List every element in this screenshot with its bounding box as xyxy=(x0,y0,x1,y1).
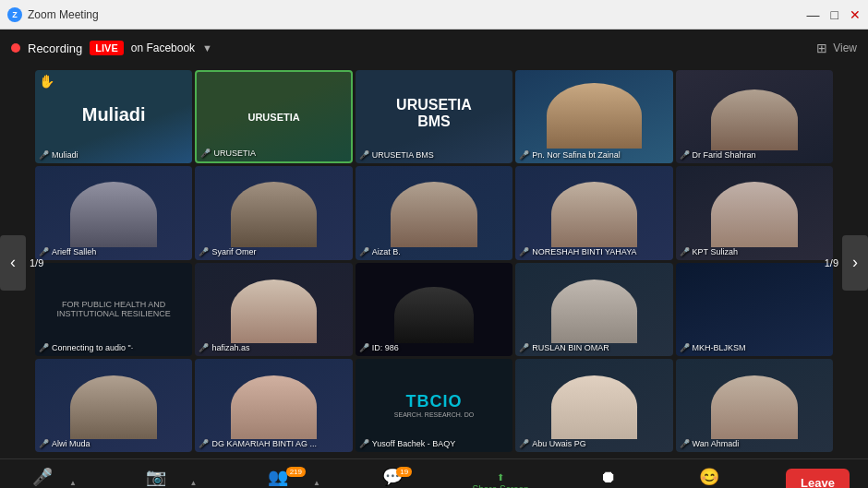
name-tag-id986: 🎤 ID: 986 xyxy=(359,343,399,352)
nav-right-button[interactable]: › xyxy=(842,235,868,291)
name-text-12: hafizah.as xyxy=(211,343,249,352)
video-cell-syarif: 🎤 Syarif Omer xyxy=(195,166,352,259)
mic-icon-19: 🎤 xyxy=(519,439,529,448)
video-cell-ruslan: 🎤 RUSLAN BIN OMAR xyxy=(515,263,672,356)
mic-icon-8: 🎤 xyxy=(359,247,369,256)
video-cell-arieff: 🎤 Arieff Salleh xyxy=(35,166,192,259)
participants-group[interactable]: 👥 219 Participants ▲ xyxy=(247,467,320,488)
video-cell-id986: 🎤 ID: 986 xyxy=(356,263,512,356)
share-screen-icon: ⬆ xyxy=(497,472,504,482)
title-bar: Z Zoom Meeting — □ ✕ xyxy=(0,0,868,30)
chat-badge: 19 xyxy=(396,467,412,477)
video-cell-muliadi: ✋ Muliadi 🎤 Muliadi xyxy=(35,70,192,163)
participants-icon: 👥 xyxy=(268,467,288,487)
nav-left-button[interactable]: ‹ xyxy=(0,235,26,291)
view-label: View xyxy=(833,42,857,54)
name-text-6: Arieff Salleh xyxy=(52,247,96,256)
video-cell-alwi: 🎤 Alwi Muda xyxy=(35,359,192,452)
unmute-group[interactable]: 🎤 Unmute ▲ xyxy=(18,467,77,488)
mic-icon-18: 🎤 xyxy=(359,439,369,448)
mic-icon-2: 🎤 xyxy=(200,149,211,158)
video-cell-kamariah: 🎤 DG KAMARIAH BINTI AG ... xyxy=(195,359,352,452)
participants-button[interactable]: 👥 219 Participants xyxy=(247,467,309,488)
minimize-button[interactable]: — xyxy=(807,7,820,22)
name-text-10: KPT Sulizah xyxy=(693,247,738,256)
name-text-11: Connecting to audio "· xyxy=(52,343,133,352)
window-controls[interactable]: — □ ✕ xyxy=(807,7,861,22)
name-text-2: URUSETIA xyxy=(213,149,256,158)
video-container: ‹ 1/9 ✋ Muliadi 🎤 Muliadi URUSETIA 🎤 xyxy=(0,66,868,458)
video-grid: ✋ Muliadi 🎤 Muliadi URUSETIA 🎤 URUSETIA xyxy=(0,66,868,458)
live-badge: LIVE xyxy=(90,41,123,55)
dropdown-arrow-icon[interactable]: ▼ xyxy=(202,42,212,54)
title-bar-left: Z Zoom Meeting xyxy=(7,7,99,22)
video-cell-norsafina: 🎤 Pn. Nor Safina bt Zainal xyxy=(515,70,672,163)
mic-icon-6: 🎤 xyxy=(39,247,49,256)
video-caret-icon[interactable]: ▲ xyxy=(190,479,198,487)
name-text: Muliadi xyxy=(52,150,78,160)
name-tag-sulizah: 🎤 KPT Sulizah xyxy=(680,247,738,256)
name-text-3: URUSETIA BMS xyxy=(372,150,434,160)
mic-icon-10: 🎤 xyxy=(680,247,690,256)
name-text-13: ID: 986 xyxy=(372,343,399,352)
name-tag-yusoff: 🎤 Yusoff Bachek - BAQY xyxy=(359,439,455,448)
unmute-caret-icon[interactable]: ▲ xyxy=(69,479,77,487)
leave-button[interactable]: Leave xyxy=(786,469,850,488)
name-text-16: Alwi Muda xyxy=(52,439,90,448)
toolbar: 🎤 Unmute ▲ 📷 Start Video ▲ 👥 219 Partici… xyxy=(0,458,868,488)
share-screen-button[interactable]: ⬆ Share Screen xyxy=(465,472,536,489)
mic-icon-9: 🎤 xyxy=(519,247,529,256)
name-text-9: NORESHAH BINTI YAHAYA xyxy=(532,247,636,256)
start-video-group[interactable]: 📷 Start Video ▲ xyxy=(126,467,197,488)
name-text-18: Yusoff Bachek - BAQY xyxy=(372,439,455,448)
hand-raise-icon: ✋ xyxy=(39,74,54,89)
chat-button[interactable]: 💬 19 Chat xyxy=(369,467,416,488)
record-button[interactable]: ⏺ Record xyxy=(585,468,632,489)
close-button[interactable]: ✕ xyxy=(850,7,861,22)
app-title: Zoom Meeting xyxy=(28,8,99,21)
name-tag-alwi: 🎤 Alwi Muda xyxy=(39,439,90,448)
share-screen-label: Share Screen xyxy=(473,484,529,489)
page-num-left: 1/9 xyxy=(30,257,43,268)
name-text-19: Abu Uwais PG xyxy=(532,439,586,448)
recording-label: Recording xyxy=(28,42,82,55)
name-text-15: MKH-BLJKSM xyxy=(693,343,746,352)
reactions-icon: 😊 xyxy=(699,467,719,487)
name-text-7: Syarif Omer xyxy=(211,247,256,256)
video-cell-sulizah: 🎤 KPT Sulizah xyxy=(676,166,833,259)
start-video-button[interactable]: 📷 Start Video xyxy=(126,467,186,488)
unmute-button[interactable]: 🎤 Unmute xyxy=(18,467,66,488)
mic-icon-16: 🎤 xyxy=(39,439,49,448)
mic-off-icon: 🎤 xyxy=(32,467,53,487)
record-icon: ⏺ xyxy=(600,468,617,487)
reactions-button[interactable]: 😊 Reactions xyxy=(681,467,736,488)
video-cell-connecting: FOR PUBLIC HEALTH AND INSTITUTIONAL RESI… xyxy=(35,263,192,356)
recording-dot-icon xyxy=(11,43,20,53)
top-bar: Recording LIVE on Facebook ▼ ⊞ View xyxy=(0,30,868,66)
name-tag-muliadi: 🎤 Muliadi xyxy=(39,150,78,160)
name-tag-kamariah: 🎤 DG KAMARIAH BINTI AG ... xyxy=(199,439,317,448)
participants-caret-icon[interactable]: ▲ xyxy=(313,479,320,487)
mic-icon-20: 🎤 xyxy=(680,439,690,448)
video-cell-abuuwais: 🎤 Abu Uwais PG xyxy=(515,359,672,452)
mic-icon-5: 🎤 xyxy=(680,150,690,160)
mic-icon-17: 🎤 xyxy=(199,439,209,448)
mic-icon: 🎤 xyxy=(39,150,49,160)
grid-icon: ⊞ xyxy=(816,41,827,55)
video-cell-yusoff: TBCIO SEARCH. RESEARCH. DO 🎤 Yusoff Bach… xyxy=(356,359,512,452)
name-text-17: DG KAMARIAH BINTI AG ... xyxy=(211,439,317,448)
page-num-right: 1/9 xyxy=(825,257,838,268)
mic-icon-4: 🎤 xyxy=(519,150,529,160)
camera-off-icon: 📷 xyxy=(146,467,166,487)
video-cell-urusetia: URUSETIA 🎤 URUSETIA xyxy=(195,70,352,163)
name-tag-abuuwais: 🎤 Abu Uwais PG xyxy=(519,439,586,448)
mic-icon-13: 🎤 xyxy=(359,343,369,352)
zoom-logo-icon: Z xyxy=(7,7,22,22)
video-cell-hafizah: 🎤 hafizah.as xyxy=(195,263,352,356)
name-tag-ruslan: 🎤 RUSLAN BIN OMAR xyxy=(519,343,609,352)
video-cell-wanahmadi: 🎤 Wan Ahmadi xyxy=(676,359,833,452)
mic-icon-3: 🎤 xyxy=(359,150,369,160)
maximize-button[interactable]: □ xyxy=(831,7,838,22)
mic-icon-12: 🎤 xyxy=(199,343,209,352)
name-tag-hafizah: 🎤 hafizah.as xyxy=(199,343,249,352)
